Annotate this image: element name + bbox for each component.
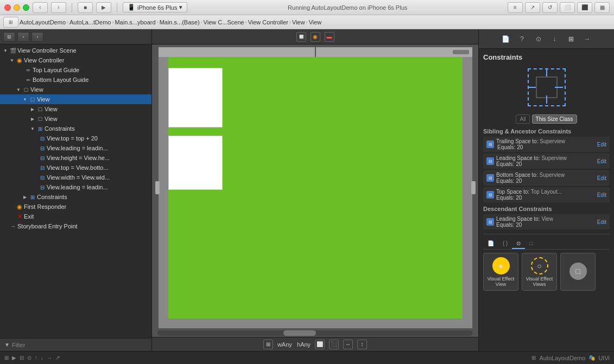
sidebar-item-view-controller-scene[interactable]: ▼ 🎬 View Controller Scene	[0, 46, 151, 55]
stop-button[interactable]: ■	[78, 2, 93, 13]
play-button[interactable]: ▶	[96, 2, 111, 13]
constraint-1-label: View.top = top + 20	[47, 135, 98, 142]
sidebar-item-constraint-5[interactable]: ⊟ View.width = View.wid...	[0, 173, 151, 182]
breadcrumb-arrow: ›	[201, 20, 202, 25]
resize-handle-top[interactable]	[315, 47, 316, 58]
bottom-icon5[interactable]: ↕	[357, 340, 367, 349]
arrow-icon: ▼	[9, 58, 15, 63]
bottom-icon4[interactable]: ↔	[343, 340, 353, 349]
canvas-toolbar-icon1[interactable]: 🔲	[296, 32, 306, 42]
constraint-text-trailing: Trailing Space to: Superview Equals: 20	[496, 138, 595, 150]
share-button[interactable]: ↗	[525, 2, 540, 13]
back-button[interactable]: ‹	[33, 2, 48, 13]
breadcrumb-label: Main.s...(Base)	[160, 19, 200, 25]
sidebar-item-constraints[interactable]: ▼ ⊞ Constraints	[0, 124, 151, 133]
toggle-size-class[interactable]: This Size Class	[532, 114, 577, 124]
view-canvas[interactable]	[168, 57, 463, 318]
sidebar-item-view-sub1[interactable]: ▶ □ View	[0, 104, 151, 114]
lib-tab-views[interactable]: □	[525, 239, 537, 249]
edit-leading-button[interactable]: Edit	[597, 158, 606, 164]
lib-item-view-gray[interactable]: □	[560, 253, 596, 291]
constraint-5-label: View.width = View.wid...	[47, 174, 110, 181]
sidebar-item-view-sub2[interactable]: ▶ □ View	[0, 114, 151, 124]
edit-top-button[interactable]: Edit	[597, 192, 606, 198]
close-button[interactable]	[4, 4, 11, 11]
panel3-button[interactable]: ▦	[594, 2, 610, 13]
left-toolbar-btn2[interactable]: ‹	[17, 32, 29, 42]
breadcrumb-arrow: ›	[289, 20, 291, 25]
rt-connections-button[interactable]: →	[580, 32, 595, 46]
breadcrumb-item-8[interactable]: View	[309, 19, 322, 25]
canvas-toolbar-icon2[interactable]: ◉	[311, 32, 320, 42]
bottom-icon3: ⊟	[20, 355, 24, 361]
sidebar-item-constraint-4[interactable]: ⊟ View.top = View.botto...	[0, 163, 151, 173]
filter-label: Filter	[12, 342, 25, 348]
edit-trailing-button[interactable]: Edit	[597, 142, 606, 148]
sidebar-item-constraints-2[interactable]: ▶ ⊞ Constraints	[0, 192, 151, 202]
breadcrumb-arrow: ›	[245, 20, 247, 25]
main-layout: ⊞ ‹ › ▼ 🎬 View Controller Scene ▼ ◉ View…	[0, 29, 614, 351]
breadcrumb-label: AutoLayoutDemo	[20, 19, 66, 25]
redo-button[interactable]: ↺	[542, 2, 558, 13]
minimize-button[interactable]	[14, 4, 20, 11]
breadcrumb-item-2[interactable]: AutoLa...tDemo	[69, 19, 111, 25]
constraint-icon: ⊟	[486, 157, 494, 165]
panel1-button[interactable]: ⬜	[560, 2, 575, 13]
sidebar-item-view-parent[interactable]: ▼ □ View	[0, 85, 151, 94]
guide-icon: ═	[24, 77, 33, 82]
edit-bottom-button[interactable]: Edit	[597, 175, 606, 181]
arrow-icon: ▼	[15, 87, 22, 92]
breadcrumb-item-5[interactable]: View C...Scene	[204, 19, 244, 25]
breadcrumb-item-4[interactable]: Main.s...(Base)	[160, 19, 200, 25]
resize-handle-right[interactable]	[471, 181, 476, 194]
edit-descendant-button[interactable]: Edit	[597, 219, 606, 225]
lib-tab-objects[interactable]: ⊙	[512, 239, 525, 249]
breadcrumb-item-7[interactable]: View	[292, 19, 305, 25]
breadcrumb-label: View C...Scene	[204, 19, 244, 25]
rt-size-button[interactable]: ⊞	[564, 32, 579, 46]
rt-identity-button[interactable]: ⊙	[531, 32, 546, 46]
constraint-row-trailing: ⊟ Trailing Space to: Superview Equals: 2…	[483, 137, 610, 152]
sidebar-item-constraint-3[interactable]: ⊟ View.height = View.he...	[0, 153, 151, 163]
bottom-icon1[interactable]: ⊞	[263, 340, 273, 349]
sidebar-item-view-controller[interactable]: ▼ ◉ View Controller	[0, 55, 151, 65]
breadcrumb-item-1[interactable]: AutoLayoutDemo	[20, 19, 66, 25]
sidebar-item-storyboard-entry[interactable]: → Storyboard Entry Point	[0, 221, 151, 231]
exit-icon: ✕	[15, 213, 24, 220]
lib-tab-files[interactable]: 📄	[483, 239, 498, 249]
scheme-selector[interactable]: 📱 iPhone 6s Plus ▾	[123, 2, 187, 12]
zoom-button[interactable]	[23, 4, 29, 11]
toggle-all[interactable]: All	[516, 114, 529, 124]
breadcrumb-menu-button[interactable]: ⊞	[3, 17, 18, 28]
bottom-icon3[interactable]: ⬛	[329, 340, 339, 349]
lib-tab-code[interactable]: { }	[498, 239, 512, 249]
breadcrumb-item-6[interactable]: View Controller	[248, 19, 288, 25]
sidebar-item-bottom-layout-guide[interactable]: ═ Bottom Layout Guide	[0, 75, 151, 85]
resize-handle-left[interactable]	[155, 181, 160, 194]
sidebar-item-first-responder[interactable]: ◉ First Responder	[0, 202, 151, 212]
bottom-icon2[interactable]: ⬜	[315, 340, 325, 349]
horizontal-scrollbar[interactable]	[157, 330, 473, 336]
right-toolbar: 📄 ? ⊙ ↓ ⊞ →	[479, 29, 614, 49]
white-box-1[interactable]	[168, 68, 223, 127]
sidebar-item-top-layout-guide[interactable]: ═ Top Layout Guide	[0, 65, 151, 75]
breadcrumb-item-3[interactable]: Main.s...yboard	[115, 19, 155, 25]
lib-item-visual-effect-dashed[interactable]: ○ Visual Effect Views	[522, 253, 557, 291]
left-toolbar-btn1[interactable]: ⊞	[3, 32, 15, 42]
sidebar-item-constraint-6[interactable]: ⊟ View.leading = leadin...	[0, 182, 151, 192]
lib-item-visual-effect[interactable]: ● Visual Effect View	[483, 253, 518, 291]
align-button[interactable]: ≡	[508, 2, 523, 13]
white-box-2[interactable]	[168, 136, 223, 190]
sidebar-item-view-selected[interactable]: ▼ □ View	[0, 94, 151, 104]
forward-button[interactable]: ›	[51, 2, 66, 13]
left-toolbar-btn3[interactable]: ›	[31, 32, 43, 42]
sidebar-item-constraint-1[interactable]: ⊟ View.top = top + 20	[0, 133, 151, 143]
sidebar-item-exit[interactable]: ✕ Exit	[0, 212, 151, 221]
sidebar-item-constraint-2[interactable]: ⊟ View.leading = leadin...	[0, 143, 151, 153]
rt-quick-help-button[interactable]: ?	[515, 32, 530, 46]
panel2-button[interactable]: ⬛	[577, 2, 592, 13]
rt-files-button[interactable]: 📄	[498, 32, 514, 46]
canvas-area[interactable]	[152, 44, 478, 330]
rt-attributes-button[interactable]: ↓	[547, 32, 562, 46]
canvas-toolbar-icon3[interactable]: ▬	[325, 32, 334, 42]
